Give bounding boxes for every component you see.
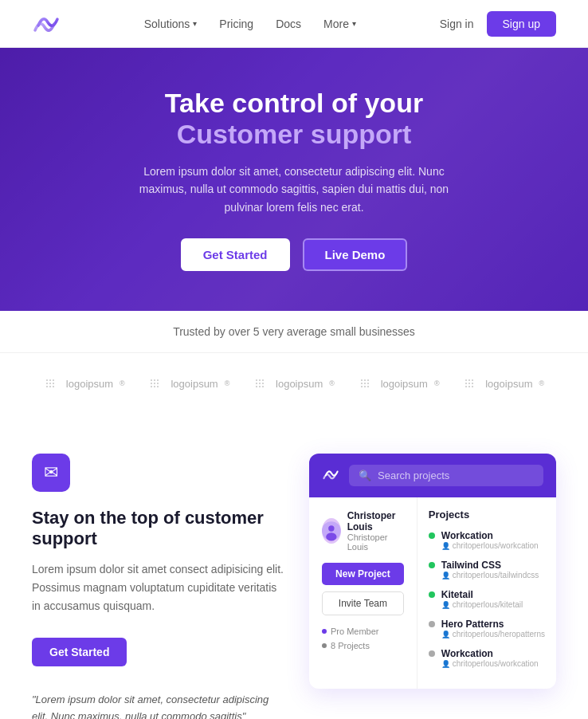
panel-meta: Pro Member 8 Projects xyxy=(322,627,404,650)
hero-description: Lorem ipsum dolor sit amet, consectetur … xyxy=(119,163,469,216)
project-item[interactable]: Kitetail 👤 chritoperlous/kitetail xyxy=(429,589,545,609)
projects-title: Projects xyxy=(429,509,545,521)
hero-buttons: Get Started Live Demo xyxy=(119,238,469,271)
logos-bar: logoipsum ® logoipsum ® logoipsum ® logo… xyxy=(0,353,588,414)
invite-team-button[interactable]: Invite Team xyxy=(322,591,404,615)
project-info: Workcation 👤 chritoperlous/workcation xyxy=(441,530,545,550)
person-icon: 👤 xyxy=(441,601,450,609)
panel-search[interactable]: 🔍 Search projects xyxy=(349,465,543,486)
chevron-down-icon: ▾ xyxy=(352,19,356,28)
user-avatar xyxy=(322,518,341,544)
search-icon: 🔍 xyxy=(359,470,371,481)
feature-description: Lorem ipsum dolor sit amet consect adipi… xyxy=(32,560,285,615)
app-panel: 🔍 Search projects xyxy=(309,454,556,689)
nav-docs[interactable]: Docs xyxy=(276,18,301,30)
logo-item: logoipsum ® xyxy=(253,375,335,391)
hero-live-demo-button[interactable]: Live Demo xyxy=(303,238,408,271)
testimonial-text: "Lorem ipsum dolor sit amet, consectetur… xyxy=(32,692,285,719)
logo-item: logoipsum ® xyxy=(44,375,125,391)
sign-up-button[interactable]: Sign up xyxy=(487,11,556,37)
project-info: Kitetail 👤 chritoperlous/kitetail xyxy=(441,589,545,609)
sign-in-link[interactable]: Sign in xyxy=(440,18,474,30)
user-handle: Christoper Louis xyxy=(347,532,404,552)
person-icon: 👤 xyxy=(441,572,450,580)
panel-logo-icon xyxy=(322,465,339,486)
logo-item: logoipsum ® xyxy=(148,375,229,391)
project-item[interactable]: Hero Patterns 👤 chritoperlous/heropatter… xyxy=(429,619,545,638)
person-icon: 👤 xyxy=(441,660,450,668)
nav-solutions[interactable]: Solutions ▾ xyxy=(144,18,198,30)
project-item[interactable]: Workcation 👤 chritoperlous/workcation xyxy=(429,530,545,550)
email-icon: ✉ xyxy=(44,462,58,483)
project-info: Tailwind CSS 👤 chritoperlous/tailwindcss xyxy=(441,560,545,580)
nav-more[interactable]: More ▾ xyxy=(323,18,356,30)
feature-icon-wrap: ✉ xyxy=(32,454,70,492)
user-info: Christoper Louis Christoper Louis xyxy=(347,510,404,552)
svg-point-1 xyxy=(328,526,334,532)
pro-dot xyxy=(322,629,327,634)
active-dot xyxy=(429,591,435,598)
app-panel-container: 🔍 Search projects xyxy=(309,454,556,689)
panel-user: Christoper Louis Christoper Louis xyxy=(322,510,404,552)
active-dot xyxy=(429,532,435,539)
logo[interactable] xyxy=(32,8,61,40)
hero-content: Take control of your Customer support Lo… xyxy=(119,88,469,271)
inactive-dot xyxy=(429,621,435,627)
chevron-down-icon: ▾ xyxy=(193,19,197,28)
project-item[interactable]: Tailwind CSS 👤 chritoperlous/tailwindcss xyxy=(429,560,545,580)
inactive-dot xyxy=(429,650,435,657)
project-item[interactable]: Workcation 👤 chritoperlous/workcation xyxy=(429,648,545,668)
search-placeholder: Search projects xyxy=(378,470,449,481)
hero-title-line1: Take control of your xyxy=(119,88,469,119)
hero-section: Take control of your Customer support Lo… xyxy=(0,48,588,311)
logo-item: logoipsum ® xyxy=(359,375,440,391)
logo-item: logoipsum ® xyxy=(463,375,544,391)
projects-dot xyxy=(322,643,327,648)
svg-point-2 xyxy=(326,532,336,540)
feature-section: ✉ Stay on the top of customer support Lo… xyxy=(0,414,588,719)
person-icon: 👤 xyxy=(441,631,450,638)
nav-pricing[interactable]: Pricing xyxy=(219,18,253,30)
new-project-button[interactable]: New Project xyxy=(322,563,404,585)
project-info: Hero Patterns 👤 chritoperlous/heropatter… xyxy=(441,619,545,638)
projects-count-item: 8 Projects xyxy=(322,641,404,650)
navbar: Solutions ▾ Pricing Docs More ▾ Sign in … xyxy=(0,0,588,48)
person-icon: 👤 xyxy=(441,542,450,550)
feature-get-started-button[interactable]: Get Started xyxy=(32,638,127,666)
hero-get-started-button[interactable]: Get Started xyxy=(181,238,290,271)
panel-header: 🔍 Search projects xyxy=(309,454,556,497)
active-dot xyxy=(429,562,435,568)
hero-title-line2: Customer support xyxy=(119,119,469,150)
nav-links: Solutions ▾ Pricing Docs More ▾ xyxy=(144,18,356,30)
pro-member-item: Pro Member xyxy=(322,627,404,636)
panel-right-column: Projects Workcation 👤 chritoperlous/work… xyxy=(417,497,556,689)
user-name: Christoper Louis xyxy=(347,510,404,532)
trust-bar: Trusted by over 5 very average small bus… xyxy=(0,311,588,353)
panel-left-column: Christoper Louis Christoper Louis New Pr… xyxy=(309,497,417,689)
panel-body: Christoper Louis Christoper Louis New Pr… xyxy=(309,497,556,689)
project-info: Workcation 👤 chritoperlous/workcation xyxy=(441,648,545,668)
nav-auth: Sign in Sign up xyxy=(440,11,556,37)
feature-title: Stay on the top of customer support xyxy=(32,508,285,549)
feature-left: ✉ Stay on the top of customer support Lo… xyxy=(32,454,285,719)
testimonial: "Lorem ipsum dolor sit amet, consectetur… xyxy=(32,692,285,719)
